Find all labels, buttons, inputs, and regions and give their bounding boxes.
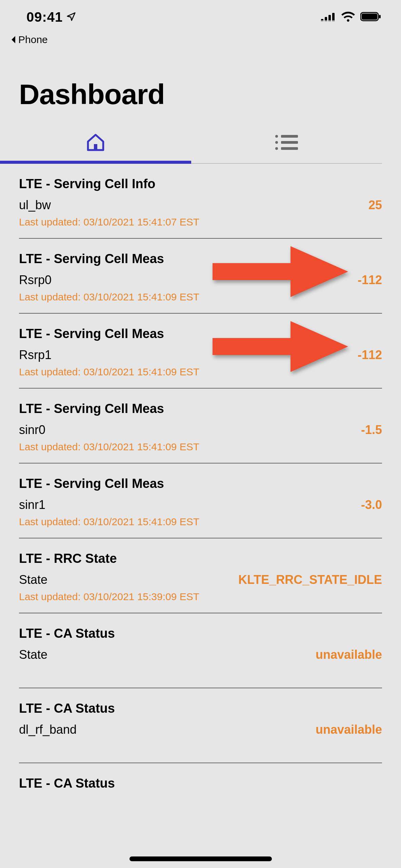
wifi-icon — [341, 9, 355, 25]
list-icon — [274, 134, 299, 153]
item-value: -112 — [358, 273, 382, 287]
svg-rect-10 — [379, 15, 381, 18]
item-title: LTE - CA Status — [19, 776, 382, 791]
item-title: LTE - Serving Cell Info — [19, 177, 382, 191]
home-indicator[interactable] — [129, 856, 272, 861]
list-item[interactable]: LTE - CA Status — [19, 763, 382, 819]
item-title: LTE - RRC State — [19, 551, 382, 566]
list-item[interactable]: LTE - Serving Cell Meassinr0-1.5Last upd… — [19, 389, 382, 463]
list-item[interactable]: LTE - CA StatusStateunavailable — [19, 613, 382, 688]
item-field: State — [19, 648, 47, 662]
list-item[interactable]: LTE - Serving Cell Meassinr1-3.0Last upd… — [19, 463, 382, 538]
item-row: Rsrp1-112 — [19, 348, 382, 362]
svg-point-14 — [275, 147, 278, 150]
item-title: LTE - Serving Cell Meas — [19, 401, 382, 416]
list-item[interactable]: LTE - CA Statusdl_rf_bandunavailable — [19, 688, 382, 763]
item-value: -3.0 — [361, 498, 382, 512]
back-to-app[interactable]: Phone — [0, 34, 401, 55]
item-field: ul_bw — [19, 198, 51, 212]
item-row: dl_rf_bandunavailable — [19, 723, 382, 737]
item-title: LTE - Serving Cell Meas — [19, 252, 382, 266]
item-row: sinr1-3.0 — [19, 498, 382, 512]
item-value: unavailable — [316, 723, 382, 737]
svg-rect-16 — [281, 141, 298, 144]
chevron-left-icon — [10, 36, 16, 44]
list-item[interactable]: LTE - Serving Cell MeasRsrp1-112Last upd… — [19, 314, 382, 389]
item-field: sinr0 — [19, 423, 45, 437]
svg-rect-17 — [281, 147, 298, 150]
item-field: Rsrp0 — [19, 273, 52, 287]
list-item[interactable]: LTE - RRC StateStateKLTE_RRC_STATE_IDLEL… — [19, 538, 382, 613]
item-title: LTE - CA Status — [19, 626, 382, 641]
list-item[interactable]: LTE - Serving Cell MeasRsrp0-112Last upd… — [19, 239, 382, 314]
tabs — [0, 123, 382, 164]
page-title: Dashboard — [0, 55, 401, 123]
item-value: 25 — [368, 198, 382, 212]
item-title: LTE - CA Status — [19, 701, 382, 716]
item-row: Rsrp0-112 — [19, 273, 382, 287]
svg-rect-15 — [281, 135, 298, 138]
item-updated: Last updated: 03/10/2021 15:41:09 EST — [19, 441, 382, 453]
svg-point-13 — [275, 141, 278, 144]
item-row: Stateunavailable — [19, 648, 382, 662]
item-value: -112 — [358, 348, 382, 362]
svg-rect-4 — [321, 20, 323, 22]
svg-rect-9 — [362, 14, 377, 20]
item-row: ul_bw25 — [19, 198, 382, 212]
item-value: -1.5 — [361, 423, 382, 437]
item-row: sinr0-1.5 — [19, 423, 382, 437]
home-icon — [85, 132, 106, 154]
svg-rect-5 — [325, 20, 327, 22]
item-field: Rsrp1 — [19, 348, 52, 362]
metrics-list[interactable]: LTE - Serving Cell Infoul_bw25Last updat… — [0, 164, 401, 868]
back-app-label: Phone — [18, 34, 48, 45]
item-updated: Last updated: 03/10/2021 15:41:09 EST — [19, 516, 382, 528]
svg-point-12 — [275, 135, 278, 138]
svg-rect-7 — [332, 20, 335, 22]
item-updated: Last updated: 03/10/2021 15:39:09 EST — [19, 591, 382, 603]
svg-rect-11 — [94, 144, 97, 150]
item-updated: Last updated: 03/10/2021 15:41:09 EST — [19, 366, 382, 378]
battery-icon — [360, 9, 381, 25]
item-row: StateKLTE_RRC_STATE_IDLE — [19, 573, 382, 587]
item-title: LTE - Serving Cell Meas — [19, 476, 382, 491]
item-field: State — [19, 573, 47, 587]
tab-list[interactable] — [191, 123, 382, 163]
svg-rect-6 — [328, 20, 331, 22]
item-field: sinr1 — [19, 498, 45, 512]
item-updated: Last updated: 03/10/2021 15:41:07 EST — [19, 216, 382, 228]
item-value: KLTE_RRC_STATE_IDLE — [238, 573, 382, 587]
list-item[interactable]: LTE - Serving Cell Infoul_bw25Last updat… — [19, 164, 382, 239]
status-bar: 09:41 — [0, 0, 401, 34]
item-value: unavailable — [316, 648, 382, 662]
cellular-icon — [321, 9, 336, 25]
tab-home[interactable] — [0, 123, 191, 163]
item-field: dl_rf_band — [19, 723, 77, 737]
item-title: LTE - Serving Cell Meas — [19, 327, 382, 341]
location-icon — [66, 9, 76, 25]
status-time: 09:41 — [26, 9, 63, 25]
item-updated: Last updated: 03/10/2021 15:41:09 EST — [19, 291, 382, 303]
